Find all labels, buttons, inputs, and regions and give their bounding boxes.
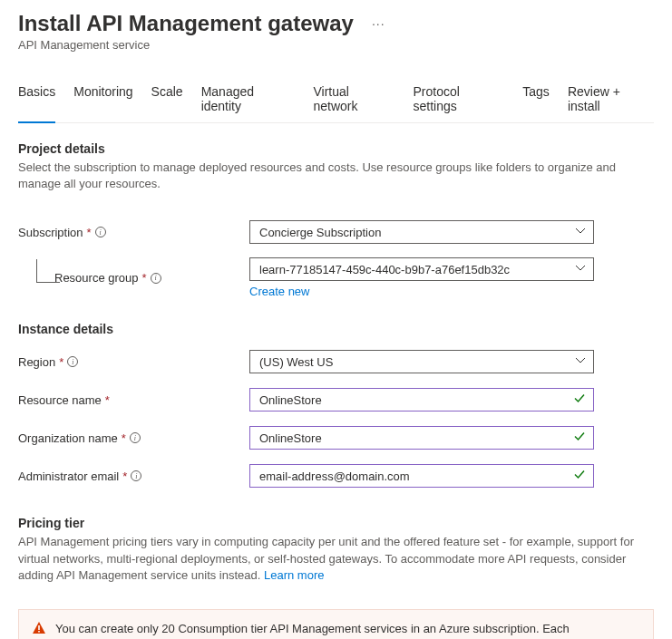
resource-group-label: Resource group * i	[54, 271, 249, 285]
tab-monitoring[interactable]: Monitoring	[73, 77, 132, 122]
warning-icon	[32, 621, 46, 639]
page-title: Install API Management gateway	[18, 11, 354, 36]
tree-connector	[36, 259, 60, 283]
project-details-heading: Project details	[18, 141, 654, 156]
required-indicator: *	[87, 226, 92, 239]
resource-name-input[interactable]: OnlineStore	[249, 388, 594, 411]
consumption-tier-banner: You can create only 20 Consumption tier …	[18, 609, 654, 639]
region-label: Region * i	[18, 355, 249, 369]
subscription-select[interactable]: Concierge Subscription	[249, 220, 594, 244]
page-subtitle: API Management service	[18, 38, 654, 52]
info-icon[interactable]: i	[95, 227, 106, 237]
required-indicator: *	[105, 393, 110, 407]
info-icon[interactable]: i	[130, 432, 141, 443]
chevron-down-icon	[575, 263, 586, 276]
instance-details-heading: Instance details	[18, 322, 654, 336]
resource-group-select[interactable]: learn-77185147-459c-440c-b9b7-a76ef15db3…	[249, 257, 594, 281]
more-actions-button[interactable]: ···	[372, 16, 385, 31]
tab-tags[interactable]: Tags	[522, 77, 550, 122]
info-icon[interactable]: i	[131, 470, 141, 481]
subscription-label: Subscription * i	[18, 226, 249, 239]
tab-review-install[interactable]: Review + install	[568, 77, 654, 122]
info-icon[interactable]: i	[151, 273, 161, 284]
svg-rect-0	[38, 625, 40, 630]
tab-virtual-network[interactable]: Virtual network	[314, 77, 395, 122]
administrator-email-label: Administrator email * i	[18, 470, 249, 483]
tab-managed-identity[interactable]: Managed identity	[201, 77, 296, 122]
chevron-down-icon	[575, 355, 586, 369]
resource-name-label: Resource name *	[18, 393, 249, 407]
banner-text: You can create only 20 Consumption tier …	[55, 622, 570, 639]
required-indicator: *	[122, 431, 126, 445]
chevron-down-icon	[575, 226, 586, 239]
pricing-tier-description: API Management pricing tiers vary in com…	[18, 534, 654, 584]
tab-bar: Basics Monitoring Scale Managed identity…	[18, 77, 654, 123]
pricing-learn-more-link[interactable]: Learn more	[264, 568, 324, 582]
tab-protocol-settings[interactable]: Protocol settings	[413, 77, 504, 122]
info-icon[interactable]: i	[67, 356, 78, 367]
required-indicator: *	[59, 355, 63, 369]
check-icon	[573, 431, 586, 446]
svg-rect-1	[38, 631, 40, 633]
pricing-tier-heading: Pricing tier	[18, 516, 654, 530]
region-select[interactable]: (US) West US	[249, 350, 594, 373]
organization-name-label: Organization name * i	[18, 431, 249, 445]
organization-name-input[interactable]: OnlineStore	[249, 426, 594, 450]
create-new-link[interactable]: Create new	[249, 285, 309, 298]
tab-scale[interactable]: Scale	[151, 77, 183, 122]
check-icon	[573, 469, 586, 484]
required-indicator: *	[142, 271, 147, 285]
administrator-email-input[interactable]: email-address@domain.com	[249, 464, 594, 488]
project-details-description: Select the subscription to manage deploy…	[18, 160, 654, 192]
required-indicator: *	[122, 470, 127, 483]
tab-basics[interactable]: Basics	[18, 77, 55, 122]
check-icon	[573, 392, 586, 408]
